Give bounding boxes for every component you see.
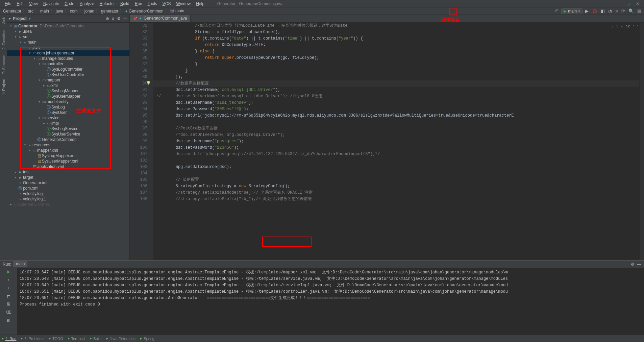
- tree-item[interactable]: ⓜ pom.xml: [7, 186, 129, 191]
- code-line[interactable]: dsc.setUrl("jdbc:postgresql://47.101.132…: [153, 151, 639, 157]
- expand-all-icon[interactable]: ≡: [112, 16, 114, 21]
- tree-item[interactable]: ▸▸ test: [7, 169, 129, 175]
- code-line[interactable]: dsc.setDriverName("com.mysql.jdbc.Driver…: [153, 87, 639, 93]
- tree-item[interactable]: ▤ SysLogMapper.xml: [7, 153, 129, 158]
- bottom-tool-tab[interactable]: ▸ Java Enterprise: [106, 336, 135, 341]
- code-line[interactable]: // 策略配置: [153, 177, 639, 183]
- breadcrumb-item[interactable]: main: [39, 9, 50, 14]
- debug-button[interactable]: 🐞: [591, 8, 598, 14]
- run-console[interactable]: 18:07:20.647 [main] DEBUG com.baomidou.m…: [17, 268, 644, 335]
- tree-item[interactable]: ▫ velocity.log.1: [7, 196, 129, 202]
- print-icon[interactable]: 🖶: [6, 302, 10, 307]
- tree-item[interactable]: ▾▸ resources: [7, 142, 129, 148]
- close-button[interactable]: ✕: [636, 1, 639, 6]
- breadcrumb-item[interactable]: Generator: [2, 9, 22, 14]
- maximize-button[interactable]: ◻: [626, 1, 630, 6]
- code-line[interactable]: dsc.setUsername("slsl_techdev");: [153, 100, 639, 106]
- code-line[interactable]: });: [153, 74, 639, 80]
- tree-root[interactable]: ▾▣ GeneratorD:\DemoCode\Generator: [7, 23, 129, 29]
- menu-refactor[interactable]: Refactor: [97, 1, 118, 7]
- settings-icon[interactable]: ⚙: [117, 16, 121, 21]
- code-line[interactable]: if (t.contains("date") || t.contains("ti…: [153, 35, 639, 42]
- chevron-up-icon[interactable]: ˄: [633, 23, 634, 30]
- minimize-button[interactable]: —: [616, 1, 620, 6]
- code-line[interactable]: } else {: [153, 48, 639, 55]
- breadcrumb-item[interactable]: ● GeneratorCommon: [124, 9, 164, 14]
- tree-item[interactable]: ▾▭ com.johan.generator: [7, 50, 129, 56]
- menu-navigate[interactable]: Navigate: [41, 1, 62, 7]
- tree-item[interactable]: ▸▸ target: [7, 175, 129, 180]
- menu-build[interactable]: Build: [118, 1, 132, 7]
- bottom-tool-tab[interactable]: ▸ Build: [90, 336, 101, 341]
- menu-edit[interactable]: Edit: [14, 1, 26, 7]
- favorites-tool-button[interactable]: 2: Favorites: [2, 30, 6, 49]
- code-line[interactable]: /*dsc.setDriverName("org.postgresql.Driv…: [153, 132, 639, 138]
- down-icon[interactable]: ↓: [7, 286, 9, 290]
- code-line[interactable]: dsc.setPassword("30Sdev*!#@");: [153, 106, 639, 113]
- menu-view[interactable]: View: [26, 1, 41, 7]
- tree-item[interactable]: ▾▸ main: [7, 40, 129, 45]
- tree-item[interactable]: Ⓘ SysLogService: [7, 126, 129, 131]
- tree-item[interactable]: Ⓒ GeneratorCommon: [7, 137, 129, 142]
- tree-item[interactable]: ▾▭ controller: [7, 61, 129, 67]
- stop-icon[interactable]: ↑: [7, 277, 9, 282]
- tree-item[interactable]: ▾▭ mapper: [7, 77, 129, 83]
- structure-tool-button[interactable]: 7: Structure: [2, 55, 6, 74]
- chevron-down-icon[interactable]: ˅: [637, 23, 639, 30]
- breadcrumb-item[interactable]: generator: [100, 9, 119, 14]
- tree-item[interactable]: ▾▭ manage.modules: [7, 56, 129, 61]
- run-config-select[interactable]: ▶ main ▾: [561, 8, 583, 14]
- soft-wrap-icon[interactable]: ⇄: [7, 294, 10, 298]
- search-icon[interactable]: 🔍: [628, 8, 635, 14]
- code-line[interactable]: //PostGre数据库连接: [153, 125, 639, 132]
- tree-item[interactable]: ▾▭ mapper.xml: [7, 148, 129, 153]
- tree-item[interactable]: ▫ velocity.log: [7, 191, 129, 196]
- menu-analyze[interactable]: Analyze: [77, 1, 97, 7]
- clear-icon[interactable]: ⌫: [6, 310, 11, 315]
- code-line[interactable]: // dsc.setDriverName("com.mysql.cj.jdbc.…: [153, 93, 639, 100]
- tree-item[interactable]: Ⓒ SysLogController: [7, 67, 129, 72]
- menu-tools[interactable]: Tools: [145, 1, 160, 7]
- tree-item[interactable]: ▤ SysUserMapper.xml: [7, 158, 129, 164]
- hide-icon[interactable]: —: [637, 262, 641, 267]
- back-icon[interactable]: ↶: [554, 8, 559, 14]
- web-tool-button[interactable]: Web: [2, 17, 6, 24]
- project-tree[interactable]: ▾▣ GeneratorD:\DemoCode\Generator▸▸ .ide…: [7, 23, 129, 260]
- tree-item[interactable]: Ⓘ SysLogMapper: [7, 88, 129, 94]
- breadcrumb-item[interactable]: java: [55, 9, 64, 14]
- code-line[interactable]: [153, 157, 639, 164]
- hide-icon[interactable]: —: [123, 16, 127, 21]
- code-line[interactable]: dsc.setPassword("123456");: [153, 145, 639, 151]
- menu-file[interactable]: File: [2, 1, 14, 7]
- tree-item[interactable]: Ⓒ SysLog: [7, 104, 129, 110]
- tree-item[interactable]: ▾▭ service: [7, 115, 129, 121]
- run-config-tab[interactable]: main: [13, 261, 27, 267]
- settings-icon[interactable]: ⚙: [631, 262, 635, 267]
- bottom-tool-tab[interactable]: ▸ TODO: [49, 336, 63, 341]
- code-line[interactable]: //strategy.setTablePrefix("tb_");// 此处可以…: [153, 196, 639, 202]
- tree-item[interactable]: Ⓘ SysUserService: [7, 131, 129, 137]
- code-line[interactable]: mpg.setDataSource(dsc);: [153, 164, 639, 170]
- project-structure-icon[interactable]: ▤: [637, 8, 642, 14]
- bottom-tool-tab[interactable]: ▸ 6: Problems: [21, 336, 44, 341]
- code-line[interactable]: dsc.setUrl("jdbc:mysql://rm-uf6q551p64vc…: [153, 113, 639, 119]
- breadcrumb-item[interactable]: src: [27, 9, 34, 14]
- menu-code[interactable]: Code: [62, 1, 77, 7]
- bottom-tool-tab[interactable]: ▸ 4: Run: [2, 336, 16, 341]
- menu-vcs[interactable]: VCS: [160, 1, 174, 7]
- code-line[interactable]: [153, 119, 639, 125]
- menu-help[interactable]: Help: [193, 1, 207, 7]
- tree-item[interactable]: ▾▸ java: [7, 45, 129, 50]
- code-line[interactable]: }: [153, 68, 639, 74]
- code-line[interactable]: return super.processTypeConvert(gc, fiel…: [153, 55, 639, 61]
- menu-run[interactable]: Run: [132, 1, 145, 7]
- tree-item[interactable]: ▫ Generator.iml: [7, 180, 129, 186]
- rerun-icon[interactable]: ▶: [7, 269, 10, 274]
- breadcrumb-item[interactable]: ⓜ main: [169, 8, 185, 14]
- tree-item[interactable]: ▸▭ External Libraries: [7, 202, 129, 207]
- code-line[interactable]: //默认会把日期类型 转为LocalDateTime ，在查询的时候会报错，这里…: [153, 23, 639, 29]
- breadcrumb-item[interactable]: johan: [83, 9, 95, 14]
- code-line[interactable]: dsc.setUsername("postgres");: [153, 138, 639, 145]
- tree-item[interactable]: ▸▭ xml: [7, 83, 129, 88]
- code-line[interactable]: [153, 170, 639, 177]
